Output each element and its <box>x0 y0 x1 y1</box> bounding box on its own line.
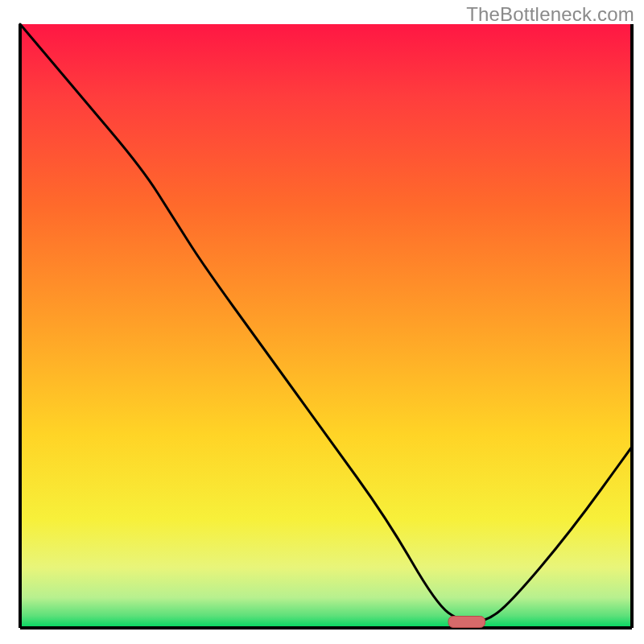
watermark-text: TheBottleneck.com <box>466 3 634 26</box>
optimal-marker <box>448 617 485 628</box>
gradient-background <box>20 24 632 628</box>
bottleneck-chart <box>0 0 644 644</box>
chart-container: TheBottleneck.com <box>0 0 644 644</box>
